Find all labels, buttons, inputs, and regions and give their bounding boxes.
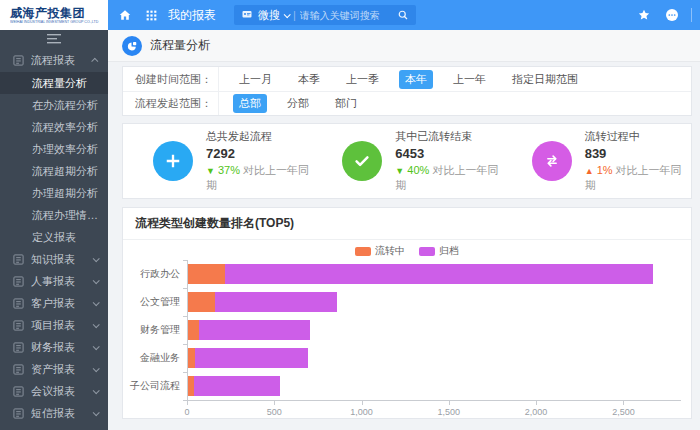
chart-category-label: 金融业务 [123,351,187,365]
report-icon [13,276,24,287]
bar-segment-流转中[interactable] [187,264,225,284]
plus-icon [153,141,193,181]
filter-row: 创建时间范围：上一月本季上一季本年上一年指定日期范围 [123,67,691,91]
sidebar-section[interactable]: 人事报表 [0,270,108,292]
home-icon[interactable] [116,6,134,24]
favorite-star-icon[interactable] [635,6,653,24]
report-icon [13,55,24,66]
bar-track [187,348,681,368]
chevron-up-icon [91,57,98,64]
sidebar-section[interactable]: 资产报表 [0,358,108,380]
x-tick [274,401,275,405]
search-input[interactable] [300,10,392,21]
legend-swatch [419,247,435,256]
kpi-delta-percent: 1% [597,164,613,176]
bar-segment-流转中[interactable] [187,320,199,340]
chart-category-label: 子公司流程 [123,379,187,393]
sidebar-subitem[interactable]: 流程超期分析 [0,160,108,182]
sidebar-subitem[interactable]: 流程办理情况统... [0,204,108,226]
bar-segment-归档[interactable] [195,348,308,368]
x-tick-label: 1,500 [438,407,461,417]
report-icon [13,298,24,309]
legend-item[interactable]: 归档 [419,244,459,258]
sidebar-subitem[interactable]: 定义报表 [0,226,108,248]
sidebar-subitem[interactable]: 流程效率分析 [0,116,108,138]
sidebar-collapse-button[interactable] [0,30,108,48]
bar-track [187,292,681,312]
sidebar-section[interactable]: 知识报表 [0,248,108,270]
trend-down-icon: ▼ [206,166,215,176]
search-icon[interactable] [396,8,410,22]
filter-option[interactable]: 本年 [399,70,433,89]
apps-grid-icon[interactable] [142,6,160,24]
kpi-value: 7292 [206,146,312,161]
x-tick [187,401,188,405]
sidebar-section[interactable]: 项目报表 [0,314,108,336]
sidebar-subitem[interactable]: 办理超期分析 [0,182,108,204]
top-bar: 威海产投集团 WEIHAI INDUSTRIAL INVESTMENT GROU… [0,0,700,30]
filter-row: 流程发起范围：总部分部部门 [123,91,691,115]
sidebar-section-label: 客户报表 [31,296,75,311]
chart-bar-row: 行政办公 [123,260,681,288]
filter-option[interactable]: 上一季 [340,70,385,89]
kpi-total-initiated: 总共发起流程 7292 ▼ 37% 对比上一年同期 [123,129,312,193]
trend-down-icon: ▼ [395,166,404,176]
sidebar-subitem[interactable]: 办理效率分析 [0,138,108,160]
x-tick-label: 0 [184,407,189,417]
bar-segment-归档[interactable] [194,376,280,396]
sidebar-section-process-reports[interactable]: 流程报表 [0,48,108,72]
sidebar-section[interactable]: 财务报表 [0,336,108,358]
search-separator: | [293,9,296,21]
legend-label: 归档 [439,244,459,258]
kpi-delta: ▼ 37% 对比上一年同期 [206,163,312,193]
report-icon [13,254,24,265]
x-tick-label: 500 [267,407,282,417]
kpi-finished: 其中已流转结束 6453 ▼ 40% 对比上一年同期 [312,129,501,193]
chart-bar-row: 公文管理 [123,288,681,316]
chart-plot: 行政办公公文管理财务管理金融业务子公司流程 05001,0001,5002,00… [123,260,691,422]
chevron-down-icon [93,343,100,350]
filter-option[interactable]: 上一年 [447,70,492,89]
sidebar-subitems: 流程量分析在办流程分析流程效率分析办理效率分析流程超期分析办理超期分析流程办理情… [0,72,108,248]
legend-label: 流转中 [375,244,405,258]
header-divider [691,8,692,22]
chevron-down-icon [93,387,100,394]
filter-option[interactable]: 总部 [233,94,267,113]
bar-segment-流转中[interactable] [187,292,215,312]
filter-option[interactable]: 指定日期范围 [506,70,584,89]
main-content: 流程量分析 创建时间范围：上一月本季上一季本年上一年指定日期范围流程发起范围：总… [108,30,700,430]
sidebar-subitem[interactable]: 流程量分析 [0,72,108,94]
global-search[interactable]: 微搜 | [234,5,416,25]
analysis-pie-icon [122,36,142,56]
x-tick [449,401,450,405]
chart-y-axis [187,260,188,400]
y-tick [183,344,187,345]
bar-segment-流转中[interactable] [187,348,195,368]
filter-option[interactable]: 本季 [292,70,326,89]
chevron-down-icon[interactable] [284,11,291,18]
sidebar-section[interactable]: 会议报表 [0,380,108,402]
chevron-down-icon [93,365,100,372]
search-scope-select[interactable]: 微搜 [258,8,280,23]
nav-my-reports[interactable]: 我的报表 [168,7,216,24]
bar-segment-流转中[interactable] [187,376,194,396]
filter-option[interactable]: 上一月 [233,70,278,89]
bar-track [187,320,681,340]
kpi-delta-percent: 40% [407,164,429,176]
bar-segment-归档[interactable] [225,264,653,284]
sidebar-section-label: 流程报表 [31,53,75,68]
sidebar-section-label: 知识报表 [31,252,75,267]
chart-bar-row: 金融业务 [123,344,681,372]
sidebar-subitem[interactable]: 在办流程分析 [0,94,108,116]
sidebar-section[interactable]: 短信报表 [0,402,108,424]
filter-option[interactable]: 部门 [329,94,363,113]
bar-segment-归档[interactable] [215,292,337,312]
more-options-icon[interactable] [663,6,681,24]
filter-option[interactable]: 分部 [281,94,315,113]
legend-item[interactable]: 流转中 [355,244,405,258]
sidebar-section[interactable]: 客户报表 [0,292,108,314]
menu-fold-icon [47,34,61,44]
kpi-in-progress: 流转过程中 839 ▲ 1% 对比上一年同期 [502,129,691,193]
bar-segment-归档[interactable] [199,320,310,340]
wesearch-app-icon [240,8,254,22]
